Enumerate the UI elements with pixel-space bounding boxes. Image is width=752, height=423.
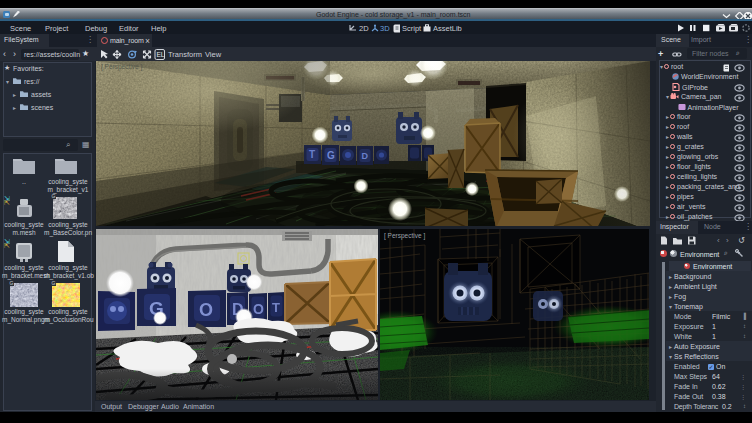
svg-text:G: G (327, 150, 335, 161)
svg-text:D: D (362, 151, 369, 161)
svg-text:EL: EL (157, 51, 165, 58)
svg-text:O: O (253, 301, 264, 317)
svg-text:T: T (272, 300, 280, 315)
svg-text:O: O (199, 300, 213, 320)
svg-text:T: T (309, 149, 315, 160)
svg-text:[ Perspective ]: [ Perspective ] (101, 63, 142, 71)
svg-text:[ Perspective ]: [ Perspective ] (384, 232, 425, 240)
